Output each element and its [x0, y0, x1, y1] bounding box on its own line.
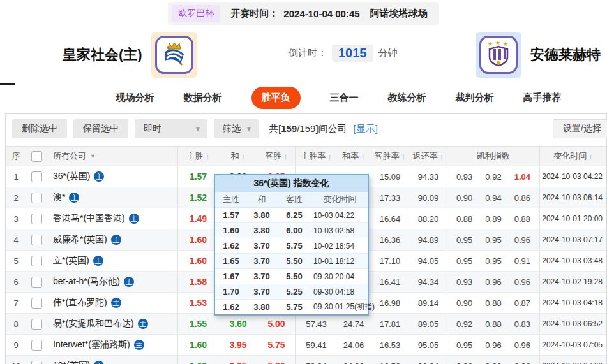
settings-select-button[interactable]: 设置/选择 — [553, 119, 607, 138]
home-odds[interactable]: 1.60 — [177, 229, 218, 250]
header-checkbox-cell — [26, 147, 47, 166]
select-all-checkbox[interactable] — [31, 151, 42, 162]
change-time: 2024-10-03 04:22 — [539, 166, 606, 187]
away-rate: 16.98 — [370, 293, 410, 313]
popup-away-odds: 5.75 — [276, 302, 312, 312]
draw-odds[interactable]: 3.95 — [218, 335, 258, 355]
return-rate: 94.89 — [410, 229, 447, 250]
header-draw-odds[interactable]: 和↑ — [218, 147, 258, 166]
home-odds[interactable]: 1.57 — [177, 166, 218, 187]
header-away-odds[interactable]: 客胜↑ — [258, 147, 295, 166]
sort-arrow-icon: ↑ — [401, 152, 406, 161]
header-return-rate[interactable]: 返还率↑ — [410, 147, 447, 166]
tab-referee-analysis[interactable]: 裁判分析 — [456, 92, 494, 104]
company-cell[interactable]: 10*(英国)主 — [47, 356, 177, 364]
row-checkbox[interactable] — [31, 235, 42, 245]
tab-data-analysis[interactable]: 数据分析 — [184, 92, 222, 104]
row-checkbox[interactable] — [31, 214, 42, 224]
popup-home-odds: 1.62 — [215, 302, 247, 312]
home-odds[interactable]: 1.49 — [177, 208, 218, 229]
kelly-value: 0.91 — [514, 256, 530, 266]
change-time: 2024-10-03 07:00 — [539, 356, 606, 364]
row-checkbox[interactable] — [31, 171, 42, 182]
league-badge[interactable]: 欧罗巴杯 — [172, 5, 220, 22]
home-odds[interactable]: 1.53 — [177, 293, 218, 313]
row-checkbox[interactable] — [31, 256, 42, 266]
popup-change-time: 09-30 20:04 — [312, 272, 368, 281]
popup-away-odds: 5.50 — [276, 272, 312, 281]
change-time: 2024-10-02 19:28 — [539, 272, 606, 292]
tab-live-analysis[interactable]: 现场分析 — [116, 92, 154, 104]
away-team-name: 安德莱赫特 — [530, 45, 601, 64]
kelly-value: 0.95 — [456, 256, 472, 266]
tab-coach-analysis[interactable]: 教练分析 — [388, 92, 426, 104]
away-team: ★ ★ ★ 安德莱赫特 — [476, 32, 601, 78]
popup-home-odds: 1.57 — [215, 210, 247, 220]
kelly-value: 0.93 — [456, 277, 472, 287]
header-home-odds[interactable]: 主胜↑ — [177, 147, 218, 166]
header-change-time[interactable]: 变化时间↑ — [539, 147, 606, 166]
company-cell[interactable]: 易*(安提瓜和巴布达)主 — [47, 314, 177, 334]
row-checkbox[interactable] — [31, 319, 42, 330]
delete-selected-button[interactable]: 删除选中 — [12, 119, 67, 138]
popup-header-col: 变化时间 — [312, 194, 368, 205]
tab-three-in-one[interactable]: 三合一 — [330, 92, 359, 104]
row-checkbox[interactable] — [31, 361, 42, 364]
company-cell[interactable]: Interwet*(塞浦路斯)主 — [47, 335, 177, 355]
company-cell[interactable]: 澳*主 — [47, 187, 177, 208]
table-row: 9Interwet*(塞浦路斯)主1.603.955.7559.4124.061… — [6, 335, 606, 356]
home-indicator-icon: 主 — [124, 277, 134, 287]
row-checkbox-cell — [26, 251, 47, 271]
kelly-value: 0.87 — [514, 298, 530, 308]
header-draw-rate[interactable]: 和率↑ — [337, 147, 370, 166]
company-cell[interactable]: 伟*(直布罗陀)主 — [47, 293, 177, 313]
row-checkbox[interactable] — [31, 193, 42, 203]
home-odds[interactable]: 1.52 — [177, 187, 218, 208]
company-cell[interactable]: 威廉希*(英国)主 — [47, 229, 177, 250]
header-draw-rate-label: 和率 — [342, 150, 359, 162]
company-cell[interactable]: 36*(英国)主 — [47, 166, 177, 187]
change-time: 2024-10-03 06:14 — [539, 187, 606, 208]
draw-odds[interactable]: 3.95 — [218, 356, 258, 364]
header-company[interactable]: 所有公司▼ — [47, 147, 177, 166]
kelly-value: 0.92 — [456, 319, 472, 329]
away-odds[interactable]: 5.80 — [258, 356, 295, 364]
row-checkbox[interactable] — [31, 340, 42, 351]
kelly-value: 0.88 — [485, 319, 501, 329]
company-cell[interactable]: bet-at-h*(马尔他)主 — [47, 272, 177, 292]
row-checkbox[interactable] — [31, 277, 42, 288]
header-away-rate[interactable]: 客胜率↑ — [370, 147, 410, 166]
company-cell[interactable]: 立*(英国)主 — [47, 251, 177, 271]
filter-dropdown[interactable]: 筛选 ▼ — [214, 119, 259, 138]
home-odds[interactable]: 1.63 — [177, 356, 218, 364]
home-indicator-icon: 主 — [94, 171, 104, 182]
away-odds[interactable]: 5.00 — [258, 314, 295, 334]
venue: 阿诺埃塔球场 — [370, 8, 428, 20]
home-indicator-icon: 主 — [138, 319, 148, 329]
draw-odds[interactable]: 3.60 — [218, 314, 258, 334]
popup-row: 1.603.806.0010-03 02:58 — [215, 223, 368, 238]
return-rate: 94.34 — [410, 272, 447, 292]
kelly-value: 0.88 — [514, 214, 530, 224]
sort-arrow-icon: ↑ — [283, 152, 288, 161]
header-home-rate[interactable]: 主胜率↑ — [295, 147, 337, 166]
home-odds[interactable]: 1.60 — [177, 335, 218, 355]
kelly-cell: 0.920.880.83 — [447, 314, 539, 334]
row-checkbox[interactable] — [31, 298, 42, 309]
company-cell[interactable]: 香港马*(中国香港)主 — [47, 208, 177, 229]
home-odds[interactable]: 1.60 — [177, 251, 218, 271]
sort-arrow-icon: ▼ — [90, 153, 96, 159]
instant-dropdown-label: 即时 — [144, 123, 161, 135]
keep-selected-button[interactable]: 保留选中 — [73, 119, 128, 138]
home-odds[interactable]: 1.58 — [177, 272, 218, 292]
tab-expert-picks[interactable]: 高手推荐 — [523, 92, 562, 104]
tab-win-draw-lose[interactable]: 胜平负 — [251, 87, 301, 109]
away-odds[interactable]: 5.75 — [258, 335, 295, 355]
instant-dropdown[interactable]: 即时 ▼ — [135, 119, 207, 138]
kelly-value: 0.94 — [485, 193, 501, 203]
home-odds[interactable]: 1.55 — [177, 314, 218, 334]
svg-text:★: ★ — [503, 41, 508, 47]
popup-draw-odds: 3.80 — [247, 302, 276, 312]
show-link[interactable]: [显示] — [354, 123, 378, 135]
nav-edge-marker — [0, 83, 15, 85]
